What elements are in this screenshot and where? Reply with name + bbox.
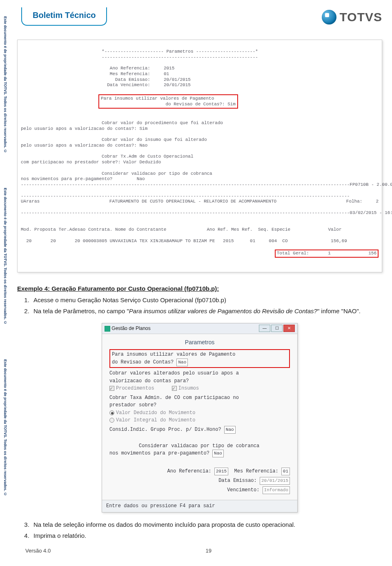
close-button[interactable]: ✕ <box>283 325 295 332</box>
status-bar: Entre dados ou pressione F4 para sair <box>102 500 297 512</box>
procedimentos-label: Procedimentos <box>116 386 154 391</box>
table-header-row: Mod. Proposta Ter.Adesao Contrata. Nome … <box>21 227 342 232</box>
version-label: Versão 4.0 <box>25 548 51 554</box>
report-row: Data Emissao: 20/01/2015 <box>21 77 191 82</box>
app-icon <box>105 326 110 332</box>
copyright-side-text: Este documento é de propriedade da TOTVS… <box>3 16 7 153</box>
dashline: ----------------------------------------… <box>21 55 258 60</box>
question-3: Cobrar Taxa Admin. de CO com participaca… <box>109 394 290 409</box>
step-1: Acesse o menu Geração Notas Serviço Cust… <box>31 295 382 305</box>
title-frame: Boletim Técnico <box>21 7 107 26</box>
example-heading: Exemplo 4: Geração Faturamento por Custo… <box>17 284 382 293</box>
brand-logo: TOTVS <box>322 7 382 25</box>
dialog-section-title: Parametros <box>109 338 290 347</box>
insumos-label: Insumos <box>178 386 199 391</box>
totvs-globe-icon <box>322 10 336 25</box>
report-title: FATURAMENTO DE CUSTO OPERACIONAL - RELAT… <box>40 199 346 205</box>
org-name: UAraras <box>21 199 40 205</box>
report-hr: ----------------------------------------… <box>21 182 350 188</box>
ano-ref-field[interactable]: 2015 <box>214 468 228 475</box>
page-footer: Versão 4.0 19 <box>25 548 375 554</box>
highlighted-param-dialog: Para insumos utilizar valores de Pagamen… <box>109 349 290 368</box>
report-row: Data Vencimento: 20/01/2015 <box>21 82 191 87</box>
question-4: Consid.Indic. Grupo Proc. p/ Div.Hono? <box>109 427 221 432</box>
step-2: Na tela de Parâmetros, no campo "Para in… <box>31 306 382 316</box>
vencimento-field[interactable]: Informado <box>263 486 290 494</box>
copyright-side-text: Este documento é de propriedade da TOTVS… <box>3 359 7 496</box>
data-emissao-label: Data Emissao: <box>218 478 257 484</box>
insumos-checkbox[interactable] <box>172 386 177 391</box>
program-id: FP0710B - 2.00.01.025 <box>350 182 392 188</box>
param-header: *---------------------- Parametros -----… <box>21 49 258 54</box>
folha-label: Folha: 2 <box>346 199 379 205</box>
table-data-row: 20 20 20 000003805 UNVAXIUNIA TEX XINJEA… <box>21 238 347 243</box>
report-hr: ----------------------------------------… <box>21 210 350 216</box>
valor-integral-label: Valor Integral do Movimento <box>116 417 195 423</box>
mes-ref-label: Mes Referencia: <box>234 468 278 474</box>
minimize-button[interactable]: — <box>259 325 270 332</box>
revisao-contas-field[interactable]: Nao <box>176 359 188 366</box>
dialog-screenshot: Gestão de Planos — ☐ ✕ Parametros Para i… <box>102 323 298 513</box>
step-4: Imprima o relatório. <box>31 531 382 540</box>
page-content: Boletim Técnico TOTVS *-----------------… <box>17 7 382 542</box>
data-emissao-field[interactable]: 20/01/2015 <box>260 477 290 485</box>
question-5: Considerar validacao por tipo de cobranc… <box>109 443 259 457</box>
page-number: 19 <box>206 548 212 554</box>
step-3: Na tela de seleção informe os dados do m… <box>31 520 382 529</box>
report-row: Ano Referencia: 2015 <box>21 66 174 71</box>
report-block: Cobrar valor do procedimento que foi alt… <box>21 120 223 131</box>
instruction-block: Exemplo 4: Geração Faturamento por Custo… <box>17 284 382 540</box>
valor-integral-radio[interactable] <box>109 418 114 423</box>
report-datetime: 03/02/2015 - 16:26:51 <box>350 210 392 216</box>
report-block: Cobrar Tx.Adm de Custo Operacional com p… <box>21 154 193 165</box>
brand-text: TOTVS <box>340 10 382 24</box>
valor-deduzido-radio[interactable] <box>109 410 114 415</box>
report-block: Considerar validacao por tipo de cobranc… <box>21 171 212 182</box>
copyright-side-text: Este documento é de propriedade da TOTVS… <box>3 188 7 325</box>
mes-ref-field[interactable]: 01 <box>281 468 290 475</box>
procedimentos-checkbox[interactable] <box>109 386 114 391</box>
grupo-proc-field[interactable]: Nao <box>224 426 236 434</box>
ano-ref-label: Ano Referencia: <box>167 468 212 474</box>
vencimento-label: Vencimento: <box>227 487 259 493</box>
maximize-button[interactable]: ☐ <box>271 325 283 332</box>
window-title: Gestão de Planos <box>111 325 150 331</box>
report-block: Cobrar valor do insumo que foi alterado … <box>21 137 207 148</box>
report-screenshot: *---------------------- Parametros -----… <box>17 40 382 272</box>
report-row: Mes Referencia: 01 <box>21 71 169 76</box>
page-title: Boletim Técnico <box>33 11 96 20</box>
question-2: Cobrar valores alterados pelo usuario ap… <box>109 370 290 385</box>
total-highlight: Total Geral: 1 156 <box>275 250 379 258</box>
report-hr: ----------------------------------------… <box>21 194 350 198</box>
highlighted-param-report: Para insumos utilizar valores de Pagamen… <box>98 94 238 109</box>
valor-deduzido-label: Valor Deduzido do Movimento <box>116 410 195 416</box>
page-header: Boletim Técnico TOTVS <box>17 7 382 26</box>
pre-pagamento-field[interactable]: Nao <box>212 450 224 457</box>
window-titlebar: Gestão de Planos — ☐ ✕ <box>102 323 297 334</box>
